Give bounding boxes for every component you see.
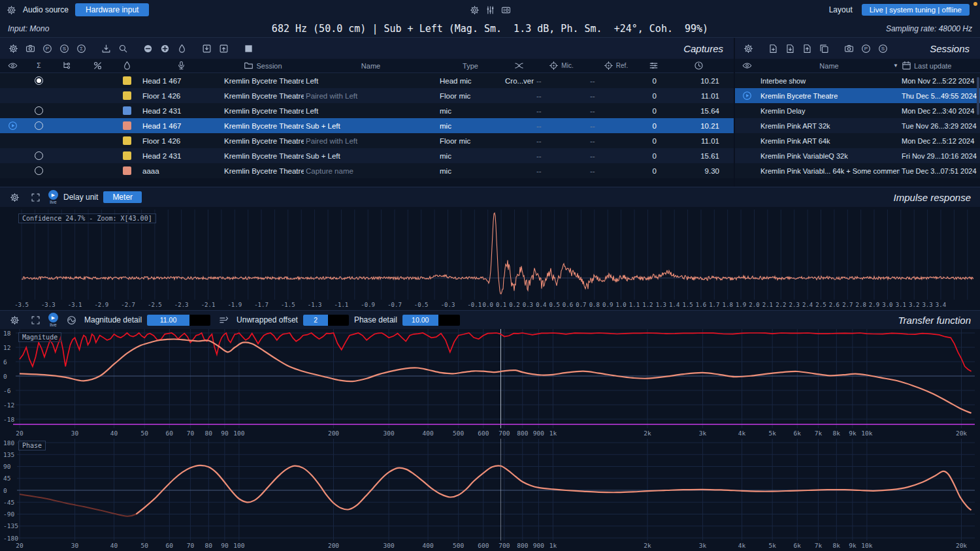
session-row[interactable]: Interbee show Mon Nov 2...5:22 2024 — [735, 73, 980, 88]
audio-source-gear-icon[interactable] — [7, 5, 16, 15]
ref-column-label[interactable]: Ref. — [616, 62, 628, 69]
capture-gain: 0 — [644, 92, 663, 100]
unwrap-icon[interactable] — [216, 313, 231, 327]
io-icon[interactable] — [501, 5, 511, 15]
duplicate-session-icon[interactable] — [816, 41, 832, 55]
capture-row[interactable]: aaaa Kremlin Bycetre Theatre Capture nam… — [0, 163, 734, 178]
capture-color-swatch[interactable] — [123, 151, 131, 160]
capture-select-radio[interactable] — [35, 166, 43, 175]
phase-detail-input[interactable]: 10.00 — [402, 315, 460, 326]
visibility-column-icon[interactable] — [742, 61, 752, 71]
session-last-update: Thu Dec 5...49:55 2024 — [900, 92, 980, 100]
remove-capture-icon[interactable] — [140, 41, 155, 55]
session-row[interactable]: Kremlin Pink ART 32k Tue Nov 26...3:29 2… — [735, 118, 980, 133]
svg-text:60: 60 — [166, 542, 174, 549]
mic-column-label[interactable]: Mic. — [561, 62, 573, 69]
sum-column-icon[interactable]: Σ — [34, 61, 44, 71]
capture-row[interactable]: Floor 1 426 Kremlin Bycetre Theatre Pair… — [0, 133, 734, 148]
sessions-scrollbar[interactable] — [977, 77, 979, 115]
zoom-icon[interactable] — [115, 41, 131, 55]
export-capture-icon[interactable] — [216, 41, 231, 55]
group-column-icon[interactable] — [62, 61, 72, 71]
capture-color-swatch[interactable] — [123, 166, 131, 175]
capture-play-icon[interactable] — [8, 121, 18, 131]
meter-button[interactable]: Meter — [103, 191, 142, 203]
store-s-icon[interactable]: S — [56, 41, 72, 55]
phase-chart[interactable]: Phase 2030405060708090100200300400500600… — [0, 439, 980, 551]
last-update-column-label[interactable]: Last update — [914, 62, 952, 70]
gear-icon[interactable] — [5, 41, 21, 55]
layout-label[interactable]: Layout — [829, 5, 853, 14]
name-column-label[interactable]: Name — [361, 62, 380, 70]
unwrapped-offset-input[interactable]: 2 — [303, 315, 349, 326]
session-row[interactable]: Kremlin Pink Variabl... 64k + Some comme… — [735, 163, 980, 178]
crossover-column-icon[interactable] — [514, 61, 524, 71]
capture-select-radio[interactable] — [35, 106, 43, 115]
store-capture-icon[interactable] — [22, 41, 38, 55]
capture-row[interactable]: Floor 1 426 Kremlin Bycetre Theatre Pair… — [0, 88, 734, 103]
export-captures-icon[interactable] — [98, 41, 114, 55]
capture-color-swatch[interactable] — [123, 136, 131, 145]
capture-ref-position: -- — [588, 167, 644, 175]
sort-descending-icon[interactable]: ▼ — [893, 63, 898, 69]
live-button[interactable]: ▶live — [48, 190, 58, 204]
magnitude-chart[interactable]: Magnitude 203040506070809010020030040050… — [0, 329, 980, 439]
import-session-icon[interactable] — [782, 41, 798, 55]
capture-row[interactable]: Head 2 431 Kremlin Bycetre Theatre Left … — [0, 103, 734, 118]
capture-select-radio[interactable] — [35, 151, 43, 160]
add-capture-icon[interactable] — [157, 41, 172, 55]
sessions-name-column-label[interactable]: Name — [819, 62, 838, 70]
magnitude-detail-input[interactable]: 11.00 — [147, 315, 210, 326]
svg-text:1.2: 1.2 — [642, 302, 653, 308]
capture-color-swatch[interactable] — [123, 76, 131, 85]
visibility-column-icon[interactable] — [8, 61, 18, 71]
stop-square-icon[interactable] — [240, 41, 256, 55]
capture-row[interactable]: Head 1 467 Kremlin Bycetre Theatre Left … — [0, 73, 734, 88]
capture-color-swatch[interactable] — [123, 91, 131, 100]
session-p-icon[interactable]: P — [858, 41, 874, 55]
capture-row[interactable]: Head 2 431 Kremlin Bycetre Theatre Sub +… — [0, 148, 734, 163]
new-session-icon[interactable] — [765, 41, 781, 55]
store-sum-icon[interactable]: Σ — [73, 41, 89, 55]
gear-icon[interactable] — [7, 313, 22, 327]
live-button[interactable]: ▶live — [48, 313, 58, 327]
svg-text:1k: 1k — [549, 542, 557, 549]
session-camera-icon[interactable] — [841, 41, 857, 55]
gear-icon[interactable] — [7, 190, 22, 204]
capture-color-swatch[interactable] — [123, 106, 131, 115]
session-column-label[interactable]: Session — [256, 62, 282, 70]
session-row[interactable]: Kremlin Delay Mon Dec 2...3:40 2024 — [735, 103, 980, 118]
fullscreen-icon[interactable] — [27, 190, 43, 204]
import-capture-icon[interactable] — [199, 41, 214, 55]
fullscreen-icon[interactable] — [27, 313, 43, 327]
session-s-icon[interactable]: S — [875, 41, 890, 55]
gear-icon[interactable] — [740, 41, 756, 55]
session-row[interactable]: Kremlin Pink VariableQ 32k Fri Nov 29...… — [735, 148, 980, 163]
gain-column-icon[interactable] — [649, 61, 659, 71]
settings-gear-icon[interactable] — [470, 5, 480, 15]
color-reset-icon[interactable] — [174, 41, 189, 55]
color-column-icon[interactable] — [122, 61, 132, 71]
capture-row[interactable]: Head 1 467 Kremlin Bycetre Theatre Sub +… — [0, 118, 734, 133]
export-session-icon[interactable] — [799, 41, 815, 55]
tuner-icon[interactable] — [485, 5, 495, 15]
session-play-icon[interactable] — [742, 91, 752, 101]
phase-mode-icon[interactable] — [63, 313, 79, 327]
capture-select-radio[interactable] — [35, 121, 43, 130]
svg-text:40: 40 — [110, 542, 118, 549]
store-p-icon[interactable]: P — [39, 41, 55, 55]
impulse-chart[interactable]: Confidence 24.7% - Zoom: X[43.00] -3.5-3… — [0, 207, 980, 310]
mic-column-icon[interactable] — [176, 61, 186, 71]
polarity-column-icon[interactable] — [93, 61, 103, 71]
session-row[interactable]: Kremlin Pink ART 64k Mon Dec 2...5:12 20… — [735, 133, 980, 148]
time-column-icon[interactable] — [694, 61, 704, 71]
svg-text:400: 400 — [423, 542, 434, 549]
sessions-table-header: Name▼ Last update — [735, 59, 980, 73]
capture-select-radio[interactable] — [35, 76, 43, 85]
type-column-label[interactable]: Type — [463, 62, 478, 70]
session-column-icon — [244, 61, 253, 71]
hardware-input-button[interactable]: Hardware input — [75, 3, 149, 16]
mode-button[interactable]: Live | system tuning | offline — [862, 4, 970, 16]
session-row[interactable]: Kremlin Bycetre Theatre Thu Dec 5...49:5… — [735, 88, 980, 103]
capture-color-swatch[interactable] — [123, 121, 131, 130]
